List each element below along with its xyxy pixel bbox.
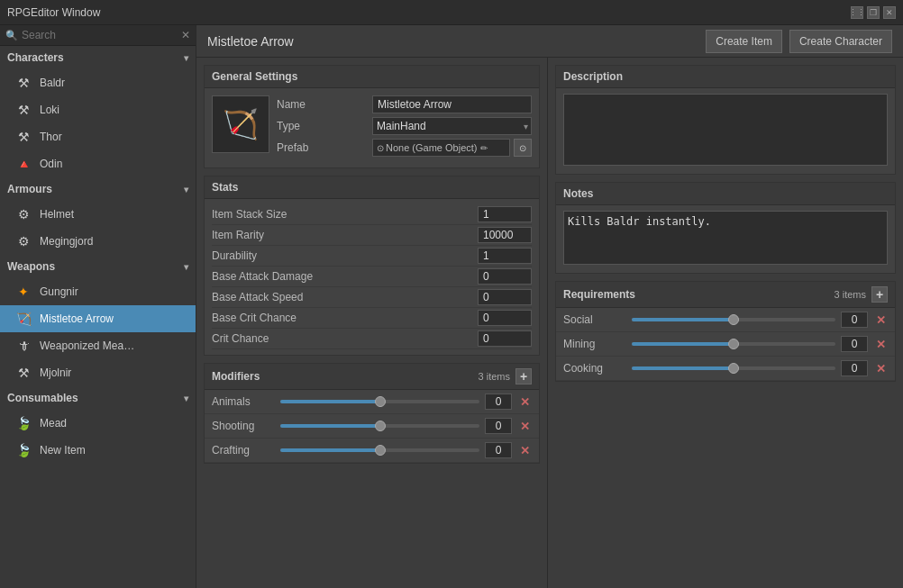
modifier-value-animals[interactable] xyxy=(485,394,512,410)
requirements-header: Requirements 3 items + xyxy=(556,282,895,308)
stat-crit-chance-input[interactable] xyxy=(478,330,532,347)
requirement-row-mining: Mining ✕ xyxy=(556,332,895,357)
sidebar-item-mistletoe-arrow[interactable]: 🏹 Mistletoe Arrow xyxy=(0,305,196,332)
create-item-button[interactable]: Create Item xyxy=(706,30,782,53)
notes-section: Notes Kills Baldr instantly. xyxy=(555,182,896,274)
slider-track xyxy=(280,400,479,403)
window-restore-btn[interactable]: ❐ xyxy=(867,6,880,19)
remove-requirement-social-button[interactable]: ✕ xyxy=(873,312,888,327)
modifier-value-shooting[interactable] xyxy=(485,418,512,434)
sidebar-item-loki[interactable]: ⚒ Loki xyxy=(0,96,196,123)
modifier-label: Animals xyxy=(212,395,275,408)
requirement-value-mining[interactable] xyxy=(841,336,868,352)
modifier-slider-animals[interactable] xyxy=(280,400,479,403)
baldr-icon: ⚒ xyxy=(14,74,32,92)
title-bar: RPGEditor Window ⋮⋮ ❐ ✕ xyxy=(0,0,903,25)
general-settings-header: General Settings xyxy=(205,66,539,88)
slider-thumb[interactable] xyxy=(375,396,386,407)
remove-modifier-animals-button[interactable]: ✕ xyxy=(517,394,532,409)
window-close-btn[interactable]: ✕ xyxy=(883,6,896,19)
sidebar-item-weaponized-mea[interactable]: 🗡 Weaponized Mea… xyxy=(0,332,196,359)
sidebar-scroll: Characters ▾ ⚒ Baldr ⚒ Loki ⚒ Thor 🔺 Odi… xyxy=(0,46,196,588)
stat-crit-chance-base-input[interactable] xyxy=(478,310,532,326)
remove-requirement-cooking-button[interactable]: ✕ xyxy=(873,361,888,375)
category-armours-label: Armours xyxy=(7,183,52,195)
category-consumables[interactable]: Consumables ▾ xyxy=(0,386,196,410)
stat-label: Base Attack Damage xyxy=(212,270,478,283)
prefab-label: Prefab xyxy=(277,141,367,154)
modifier-value-crafting[interactable] xyxy=(485,442,512,458)
stat-rarity-input[interactable] xyxy=(478,227,532,243)
sidebar-item-gungnir[interactable]: ✦ Gungnir xyxy=(0,278,196,305)
search-icon: 🔍 xyxy=(5,30,18,41)
requirement-slider-mining[interactable] xyxy=(632,342,835,346)
name-label: Name xyxy=(277,98,367,111)
prefab-circle-btn[interactable]: ⊙ xyxy=(514,139,532,157)
sidebar-item-label: Megingjord xyxy=(40,235,93,248)
mead-icon: 🍃 xyxy=(14,414,32,432)
sidebar-item-mead[interactable]: 🍃 Mead xyxy=(0,410,196,437)
name-input[interactable] xyxy=(372,95,532,113)
sidebar-item-mjolnir[interactable]: ⚒ Mjolnir xyxy=(0,359,196,386)
editor-area: General Settings 🏹 Name Type xyxy=(196,58,903,588)
search-input[interactable] xyxy=(22,29,178,41)
sidebar-item-thor[interactable]: ⚒ Thor xyxy=(0,123,196,150)
modifiers-header: Modifiers 3 items + xyxy=(205,364,539,390)
requirement-value-social[interactable] xyxy=(841,312,868,328)
category-consumables-label: Consumables xyxy=(7,392,78,404)
slider-thumb[interactable] xyxy=(728,363,739,374)
slider-fill xyxy=(280,400,380,403)
sidebar-item-helmet[interactable]: ⚙ Helmet xyxy=(0,201,196,228)
category-armours[interactable]: Armours ▾ xyxy=(0,177,196,201)
slider-thumb[interactable] xyxy=(375,445,386,456)
stat-stack-size-input[interactable] xyxy=(478,206,532,222)
category-characters[interactable]: Characters ▾ xyxy=(0,46,196,69)
chevron-down-icon: ▾ xyxy=(184,185,188,194)
add-requirement-button[interactable]: + xyxy=(871,286,888,303)
stat-row-stack-size: Item Stack Size xyxy=(212,204,532,225)
prefab-text: None (Game Object) xyxy=(386,142,477,153)
category-characters-label: Characters xyxy=(7,51,64,64)
modifier-slider-crafting[interactable] xyxy=(280,448,479,452)
description-textarea[interactable] xyxy=(563,94,888,166)
category-weapons[interactable]: Weapons ▾ xyxy=(0,255,196,278)
requirement-slider-social[interactable] xyxy=(632,318,835,321)
window-menu-btn[interactable]: ⋮⋮ xyxy=(851,6,863,19)
remove-modifier-shooting-button[interactable]: ✕ xyxy=(517,419,532,433)
create-character-button[interactable]: Create Character xyxy=(789,30,892,53)
slider-thumb[interactable] xyxy=(728,314,739,325)
sidebar-item-baldr[interactable]: ⚒ Baldr xyxy=(0,69,196,96)
sidebar-item-label: Helmet xyxy=(40,208,74,221)
description-body xyxy=(556,88,895,174)
slider-fill xyxy=(632,342,734,346)
sidebar-item-megingjord[interactable]: ⚙ Megingjord xyxy=(0,228,196,255)
stat-durability-input[interactable] xyxy=(478,248,532,264)
stat-attack-speed-input[interactable] xyxy=(478,289,532,305)
chevron-down-icon: ▾ xyxy=(184,262,188,272)
sidebar-item-odin[interactable]: 🔺 Odin xyxy=(0,150,196,177)
remove-requirement-mining-button[interactable]: ✕ xyxy=(873,337,888,351)
stat-row-crit-chance: Crit Chance xyxy=(212,329,532,349)
general-settings-body: 🏹 Name Type MainHand xyxy=(205,88,539,167)
add-modifier-button[interactable]: + xyxy=(515,368,532,384)
sidebar-item-new-item[interactable]: 🍃 New Item xyxy=(0,437,196,464)
slider-track xyxy=(280,448,479,452)
mistletoe-arrow-icon: 🏹 xyxy=(14,310,32,328)
slider-thumb[interactable] xyxy=(375,421,386,431)
stat-attack-damage-input[interactable] xyxy=(478,268,532,285)
general-settings-section: General Settings 🏹 Name Type xyxy=(204,65,540,168)
requirement-slider-cooking[interactable] xyxy=(632,366,835,370)
notes-textarea[interactable]: Kills Baldr instantly. xyxy=(563,211,888,265)
type-select[interactable]: MainHand OffHand TwoHand xyxy=(372,117,532,135)
left-panel: General Settings 🏹 Name Type xyxy=(196,58,548,588)
prefab-edit-icon: ✏ xyxy=(480,143,488,153)
modifier-label: Shooting xyxy=(212,420,275,432)
stat-label: Base Crit Chance xyxy=(212,312,478,324)
stat-label: Durability xyxy=(212,249,478,262)
modifier-slider-shooting[interactable] xyxy=(280,424,479,428)
content-area: Mistletoe Arrow Create Item Create Chara… xyxy=(196,25,903,588)
remove-modifier-crafting-button[interactable]: ✕ xyxy=(517,443,532,457)
search-clear-icon[interactable]: ✕ xyxy=(181,29,190,41)
requirement-value-cooking[interactable] xyxy=(841,360,868,376)
slider-thumb[interactable] xyxy=(728,339,739,349)
